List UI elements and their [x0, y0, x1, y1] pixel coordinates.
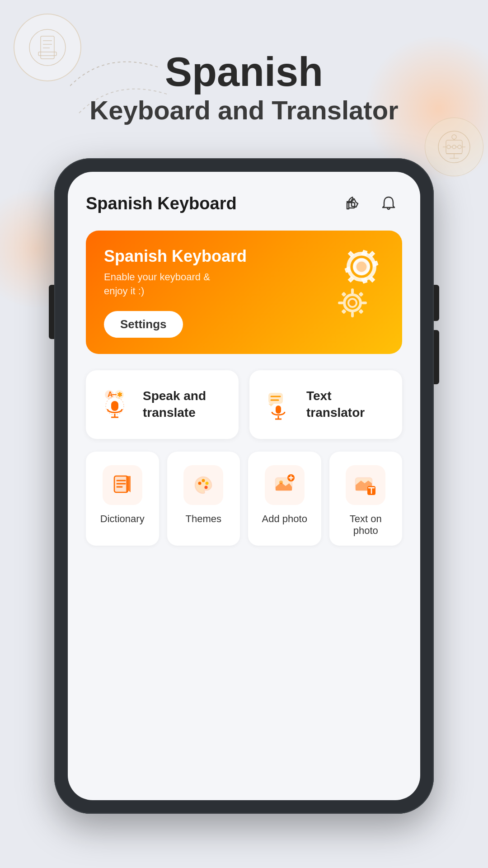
like-button[interactable]: [339, 190, 366, 217]
feature-cards-row: A ✱: [86, 370, 402, 439]
screen-header: Spanish Keyboard: [86, 190, 402, 217]
text-translator-label: Texttranslator: [306, 388, 365, 421]
svg-point-54: [205, 486, 208, 489]
title-line2: Keyboard and Translator: [0, 94, 488, 126]
themes-label: Themes: [186, 513, 221, 525]
dictionary-item[interactable]: Dictionary: [86, 452, 159, 546]
svg-point-8: [452, 135, 456, 139]
bottom-grid: Dictionary: [86, 452, 402, 546]
phone-btn-right-top: [434, 285, 439, 321]
add-photo-item[interactable]: Add photo: [248, 452, 321, 546]
svg-rect-43: [276, 406, 281, 414]
banner-text: Spanish Keyboard Enable your keyboard &e…: [104, 247, 384, 338]
banner-card[interactable]: Spanish Keyboard Enable your keyboard &e…: [86, 231, 402, 354]
phone-frame: Spanish Keyboard: [54, 158, 434, 814]
add-photo-icon-box: [265, 465, 305, 505]
speak-translate-card[interactable]: A ✱: [86, 370, 239, 439]
title-line1: Spanish: [0, 50, 488, 94]
text-translator-card[interactable]: Texttranslator: [249, 370, 402, 439]
svg-rect-36: [111, 401, 118, 411]
text-on-photo-label: Text on photo: [337, 513, 395, 537]
svg-rect-40: [268, 393, 283, 404]
notification-button[interactable]: [375, 190, 402, 217]
text-translator-icon: [260, 387, 296, 423]
banner-title: Spanish Keyboard: [104, 247, 384, 266]
phone-screen: Spanish Keyboard: [68, 172, 420, 800]
phone-mockup: Spanish Keyboard: [54, 158, 434, 814]
svg-point-10: [447, 145, 450, 149]
text-on-photo-icon-box: [346, 465, 385, 505]
text-on-photo-item[interactable]: Text on photo: [329, 452, 403, 546]
banner-desc: Enable your keyboard &enjoy it :): [104, 270, 384, 298]
speak-translate-label: Speak andtranslate: [143, 388, 206, 421]
phone-btn-right-bottom: [434, 330, 439, 384]
screen-content: Spanish Keyboard: [68, 172, 420, 800]
screen-app-title: Spanish Keyboard: [86, 194, 237, 213]
dictionary-icon-box: [103, 465, 142, 505]
title-area: Spanish Keyboard and Translator: [0, 23, 488, 126]
settings-button[interactable]: Settings: [104, 311, 183, 338]
svg-point-12: [458, 145, 461, 149]
svg-text:✱: ✱: [117, 391, 122, 398]
phone-btn-left: [49, 285, 54, 339]
svg-point-53: [206, 481, 209, 485]
svg-point-51: [198, 481, 202, 485]
svg-point-52: [202, 479, 205, 482]
dictionary-label: Dictionary: [100, 513, 145, 525]
speak-translate-icon: A ✱: [97, 387, 133, 423]
svg-rect-7: [446, 140, 462, 154]
themes-icon-box: [183, 465, 223, 505]
add-photo-label: Add photo: [262, 513, 307, 525]
svg-point-11: [452, 145, 456, 149]
header-icons: [339, 190, 402, 217]
themes-item[interactable]: Themes: [167, 452, 240, 546]
